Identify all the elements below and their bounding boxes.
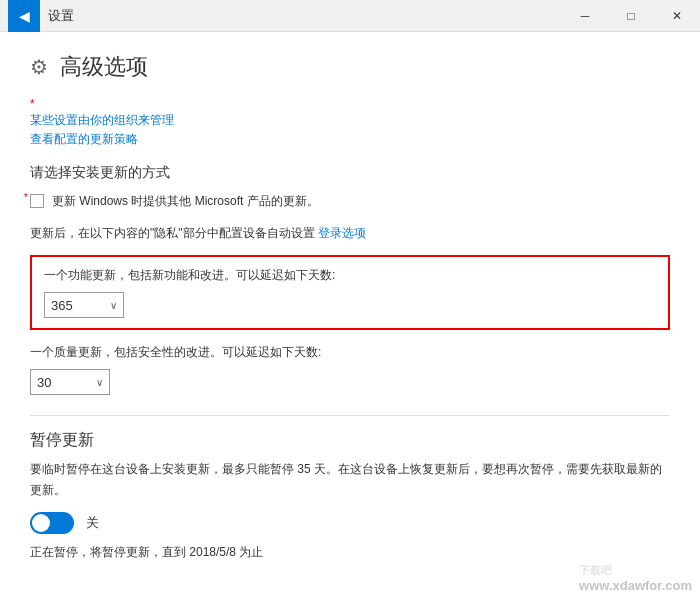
quality-dropdown-arrow: ∨ (96, 377, 103, 388)
notice-link[interactable]: 某些设置由你的组织来管理 (30, 112, 670, 129)
feature-dropdown-arrow: ∨ (110, 300, 117, 311)
policy-link[interactable]: 查看配置的更新策略 (30, 131, 670, 148)
main-content: ⚙ 高级选项 *某些设置由你的组织来管理 查看配置的更新策略 请选择安装更新的方… (0, 32, 700, 599)
watermark-line1: 下载吧 (579, 563, 692, 578)
page-header: ⚙ 高级选项 (30, 52, 670, 82)
pause-title: 暂停更新 (30, 430, 670, 451)
titlebar-left: ◀ 设置 (8, 0, 74, 32)
checkbox-wrapper: * (30, 194, 44, 212)
feature-update-box: 一个功能更新，包括新功能和改进。可以延迟如下天数: 365 ∨ (30, 255, 670, 330)
login-options-link[interactable]: 登录选项 (318, 226, 366, 240)
status-text: 正在暂停，将暂停更新，直到 2018/5/8 为止 (30, 544, 670, 561)
close-button[interactable]: ✕ (654, 0, 700, 32)
page-title: 高级选项 (60, 52, 148, 82)
watermark: 下载吧 www.xdawfor.com (579, 563, 692, 593)
quality-update-value: 30 (37, 375, 51, 390)
titlebar-title: 设置 (48, 7, 74, 25)
watermark-line2: www.xdawfor.com (579, 578, 692, 593)
checkbox-asterisk: * (24, 192, 28, 203)
back-icon: ◀ (19, 8, 30, 24)
pause-desc: 要临时暂停在这台设备上安装更新，最多只能暂停 35 天。在这台设备上恢复更新后，… (30, 459, 670, 500)
minimize-button[interactable]: ─ (562, 0, 608, 32)
notice-area: *某些设置由你的组织来管理 查看配置的更新策略 (30, 94, 670, 148)
gear-icon: ⚙ (30, 55, 48, 79)
divider (30, 415, 670, 416)
privacy-desc: 更新后，在以下内容的"隐私"部分中配置设备自动设置 登录选项 (30, 224, 670, 243)
toggle-thumb (32, 514, 50, 532)
notice-asterisk: * (30, 97, 35, 111)
quality-update-desc: 一个质量更新，包括安全性的改进。可以延迟如下天数: (30, 344, 670, 361)
feature-update-dropdown[interactable]: 365 ∨ (44, 292, 124, 318)
restore-button[interactable]: □ (608, 0, 654, 32)
feature-update-value: 365 (51, 298, 73, 313)
feature-update-desc: 一个功能更新，包括新功能和改进。可以延迟如下天数: (44, 267, 656, 284)
quality-update-section: 一个质量更新，包括安全性的改进。可以延迟如下天数: 30 ∨ (30, 344, 670, 395)
toggle-label: 关 (86, 514, 99, 532)
checkbox-row: * 更新 Windows 时提供其他 Microsoft 产品的更新。 (30, 192, 670, 212)
quality-update-dropdown[interactable]: 30 ∨ (30, 369, 110, 395)
titlebar-controls: ─ □ ✕ (562, 0, 700, 32)
privacy-desc-text: 更新后，在以下内容的"隐私"部分中配置设备自动设置 (30, 226, 315, 240)
titlebar: ◀ 设置 ─ □ ✕ (0, 0, 700, 32)
back-button[interactable]: ◀ (8, 0, 40, 32)
checkbox-label: 更新 Windows 时提供其他 Microsoft 产品的更新。 (52, 192, 319, 210)
toggle-row: 关 (30, 512, 670, 534)
install-method-title: 请选择安装更新的方式 (30, 164, 670, 182)
ms-products-checkbox[interactable] (30, 194, 44, 208)
pause-toggle[interactable] (30, 512, 74, 534)
